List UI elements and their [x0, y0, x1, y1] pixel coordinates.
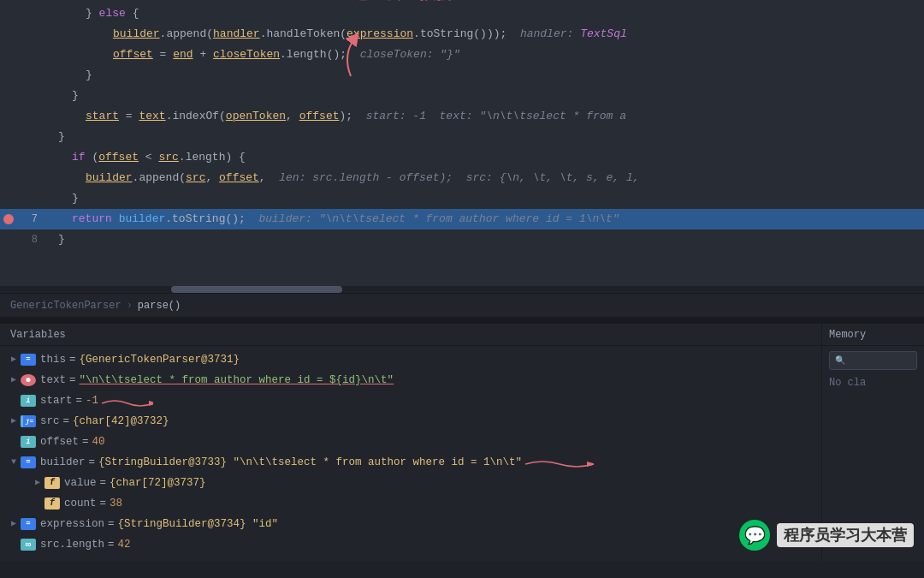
code-line: start = text.indexOf(openToken, offset);…: [0, 106, 924, 127]
editor-section: } else { builder.append(handler.handleTo…: [0, 0, 924, 317]
type-icon: i: [21, 395, 36, 407]
memory-header: Memory: [822, 324, 924, 346]
debug-section: Variables ▶ = this = {GenericTokenParser…: [0, 324, 924, 561]
var-list: ▶ = this = {GenericTokenParser@3731} ▶ ●…: [0, 346, 821, 558]
underline-arrow-builder: [525, 457, 594, 468]
expand-icon[interactable]: ▶: [7, 350, 21, 369]
type-icon: f: [44, 498, 60, 509]
code-content: builder.append(handler.handleToken(expre…: [44, 24, 924, 45]
line-gutter: 7: [0, 209, 44, 229]
expand-icon[interactable]: ▶: [7, 515, 21, 533]
code-line: }: [0, 127, 924, 147]
code-line: } else {: [0, 3, 924, 24]
list-item[interactable]: f count = 38: [0, 493, 821, 514]
search-box[interactable]: 🔍: [829, 351, 917, 370]
code-line: 8 }: [0, 229, 924, 250]
expand-icon[interactable]: ▶: [31, 474, 44, 492]
code-content: builder.append(src, offset, len: src.len…: [44, 168, 924, 188]
code-line: if (offset < src.length) {: [0, 147, 924, 168]
type-icon: j=: [21, 415, 36, 427]
list-item[interactable]: ▼ = builder = {StringBuilder@3733} "\n\t…: [0, 452, 821, 473]
code-content: }: [44, 188, 924, 209]
list-item[interactable]: ▶ j= src = {char[42]@3732}: [0, 411, 821, 432]
breadcrumb-class: GenericTokenParser: [10, 300, 121, 312]
code-content: offset = end + closeToken.length(); clos…: [44, 45, 924, 65]
type-icon: i: [21, 436, 36, 448]
code-content: }: [44, 86, 924, 106]
expand-icon: [7, 535, 21, 554]
variables-title: Variables: [10, 329, 66, 341]
code-content: } else {: [44, 3, 924, 24]
code-content: }: [44, 65, 924, 86]
underline-arrow: [102, 396, 153, 407]
list-item[interactable]: i offset = 40: [0, 432, 821, 452]
code-content: if (offset < src.length) {: [44, 147, 924, 168]
search-icon: 🔍: [835, 355, 845, 366]
wechat-icon: 💬: [739, 520, 770, 551]
class-label: No cla: [822, 375, 924, 390]
type-icon: ∞: [21, 539, 36, 551]
code-content: }: [44, 127, 924, 147]
list-item[interactable]: i start = -1: [0, 390, 821, 411]
code-content: start = text.indexOf(openToken, offset);…: [44, 106, 924, 127]
code-line: }: [0, 86, 924, 106]
type-icon: f: [44, 477, 60, 489]
code-line: }: [0, 188, 924, 209]
code-area: } else { builder.append(handler.handleTo…: [0, 0, 924, 253]
type-icon: =: [21, 518, 36, 530]
list-item[interactable]: ▶ f value = {char[72]@3737}: [0, 473, 821, 493]
list-item[interactable]: ∞ src.length = 42: [0, 534, 821, 555]
type-icon: =: [21, 354, 36, 366]
code-line: builder.append(handler.handleToken(expre…: [0, 24, 924, 45]
breakpoint-dot: [3, 214, 14, 224]
expand-icon[interactable]: ▶: [7, 412, 21, 431]
wechat-watermark: 💬 程序员学习大本营: [739, 520, 914, 551]
code-line: offset = end + closeToken.length(); clos…: [0, 45, 924, 65]
variables-panel-header: Variables: [0, 324, 821, 346]
list-item[interactable]: ▶ = this = {GenericTokenParser@3731}: [0, 349, 821, 370]
memory-title: Memory: [829, 329, 866, 341]
scrollbar-horizontal[interactable]: [0, 286, 924, 293]
line-gutter: 8: [0, 229, 44, 250]
code-line: builder.append(src, offset, len: src.len…: [0, 168, 924, 188]
current-code-line: 7 return builder.toString(); builder: "\…: [0, 209, 924, 229]
type-icon: ●: [21, 374, 36, 386]
list-item[interactable]: ▶ ● text = "\n\t\tselect * from author w…: [0, 370, 821, 390]
code-line: }: [0, 65, 924, 86]
expand-icon: [7, 391, 21, 410]
wechat-name: 程序员学习大本营: [777, 523, 914, 547]
expand-icon: [7, 432, 21, 451]
breadcrumb-method: parse(): [138, 300, 181, 312]
code-content: return builder.toString(); builder: "\n\…: [44, 209, 924, 229]
expand-icon[interactable]: ▼: [7, 453, 21, 472]
svg-marker-0: [149, 401, 153, 406]
panel-divider: [0, 317, 924, 324]
variables-panel: Variables ▶ = this = {GenericTokenParser…: [0, 324, 821, 561]
svg-marker-1: [587, 462, 594, 467]
code-content: }: [44, 229, 924, 250]
expand-icon[interactable]: ▶: [7, 371, 21, 390]
breadcrumb-bar: GenericTokenParser › parse(): [0, 293, 924, 317]
list-item[interactable]: ▶ = expression = {StringBuilder@3734} "i…: [0, 514, 821, 534]
expand-icon: [31, 494, 44, 513]
type-icon: =: [21, 456, 36, 468]
